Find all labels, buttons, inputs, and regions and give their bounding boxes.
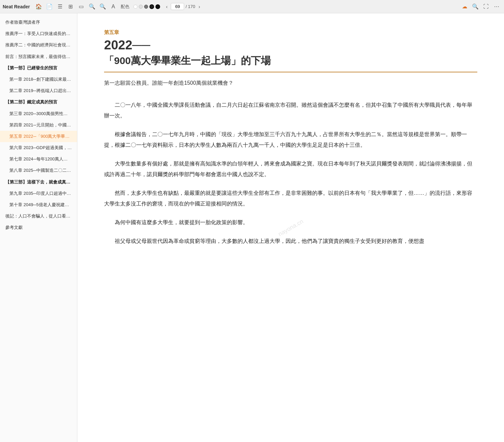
color-white[interactable]	[133, 5, 137, 9]
color-lightgray[interactable]	[139, 5, 143, 9]
chapter-divider	[104, 72, 477, 72]
bookmark-icon[interactable]: 🏠	[34, 2, 43, 11]
page-total: / 170	[185, 4, 195, 9]
sidebar-item-postscript[interactable]: 後記：人口不會騙人，從人口看出轉機...	[0, 210, 77, 222]
sidebar-item-rec2[interactable]: 推薦序二：中國的經濟與社會現象，背...	[0, 39, 77, 51]
sidebar-item-references[interactable]: 參考文獻	[0, 222, 77, 233]
sidebar-item-preface[interactable]: 前言：預言國家未來，最值得信賴的數據	[0, 51, 77, 62]
page-icon[interactable]: ▭	[77, 2, 86, 11]
more-icon[interactable]: ⋯	[492, 2, 501, 11]
chapter-label: 第五章	[104, 29, 477, 36]
color-dark[interactable]	[155, 4, 160, 9]
color-label: 配色	[121, 4, 129, 10]
sidebar-item-ch1[interactable]: 第一章 2018─創下建國以來最低...	[0, 74, 77, 85]
content-area: nayona.cn 第五章 2022── 「900萬大學畢業生一起上場」的下場 …	[77, 13, 504, 442]
search-icon[interactable]: 🔍	[87, 2, 97, 11]
sidebar-item-ch5[interactable]: 第五章 2022─「900萬大學畢業...	[0, 131, 77, 142]
paragraph-5: 為何中國有這麼多大學生，就要提到一胎化政策的影響。	[104, 217, 477, 228]
chapter-title: 「900萬大學畢業生一起上場」的下場	[104, 54, 477, 68]
fullscreen-icon[interactable]: ⛶	[481, 2, 491, 11]
paragraph-4: 然而，太多大學生也有缺點，最嚴重的就是要讓這些大學生全部有工作，是非常困難的事。…	[104, 188, 477, 209]
zoom-icon[interactable]: 🔍	[98, 2, 107, 11]
sidebar-item-ch9[interactable]: 第九章 2035─印度人口超過中國...	[0, 188, 77, 199]
sidebar-item-ch4[interactable]: 第四章 2021─元旦開始，中國再...	[0, 119, 77, 131]
paragraph-3: 大學生數量多有個好處，那就是擁有高知識水準的白領年輕人，將來會成為國家之寶。現在…	[104, 158, 477, 180]
sidebar-item-ch8[interactable]: 第八章 2025─中國製造二〇二五...	[0, 165, 77, 176]
search-right-icon[interactable]: 🔍	[471, 2, 480, 11]
prev-page-button[interactable]: ‹	[164, 3, 170, 10]
cloud-icon[interactable]: ☁	[460, 2, 469, 11]
app-title: Neat Reader	[3, 4, 30, 9]
grid-icon[interactable]: ⊞	[66, 2, 75, 11]
sidebar: 作者致臺灣讀者序 推薦序一：享受人口快速成長的紅利，... 推薦序二：中國的經濟…	[0, 13, 77, 442]
chapter-subtitle: 第一志願當公務員。誰能一年創造1500萬個就業機會？	[104, 78, 477, 88]
sidebar-item-ch3[interactable]: 第三章 2020─3000萬個男性「結...	[0, 108, 77, 119]
paragraph-2: 根據會議報告，二〇一七年九月時，中國的「現役」大學生增加至三千六百九十九萬人，占…	[104, 129, 477, 150]
sidebar-item-author-preface[interactable]: 作者致臺灣讀者序	[0, 17, 77, 28]
paragraph-1: 二〇一八年，中國全國大學課長活動會議，自二月六日起在江蘇省南京市召開。雖然這個會…	[104, 100, 477, 121]
page-navigation: ‹ / 170 ›	[164, 3, 202, 10]
sidebar-item-part2: 【第二部】鐵定成真的預言	[0, 96, 77, 108]
sidebar-item-part3: 【第三部】這樣下去，就會成真的預言	[0, 176, 77, 188]
sidebar-item-ch2[interactable]: 第二章 2019─將低端人口趕出大...	[0, 85, 77, 96]
file-icon[interactable]: 📄	[45, 2, 54, 11]
main-layout: 作者致臺灣讀者序 推薦序一：享受人口快速成長的紅利，... 推薦序二：中國的經濟…	[0, 0, 504, 442]
sidebar-item-rec1[interactable]: 推薦序一：享受人口快速成長的紅利，...	[0, 28, 77, 39]
color-black[interactable]	[149, 4, 154, 9]
topbar-right: ☁ 🔍 ⛶ ⋯	[460, 2, 501, 11]
font-icon[interactable]: A	[109, 2, 118, 11]
sidebar-item-ch7[interactable]: 第七章 2024─每年1200萬人離婚	[0, 153, 77, 165]
sidebar-item-part1: 【第一部】已經發生的預言	[0, 62, 77, 74]
menu-icon[interactable]: ☰	[55, 2, 65, 11]
sidebar-item-ch10[interactable]: 第十章 2049─5億老人慶祝建國百年	[0, 199, 77, 210]
sidebar-item-ch6[interactable]: 第六章 2023─GDP超過美國，沒...	[0, 142, 77, 153]
next-page-button[interactable]: ›	[196, 3, 202, 10]
color-darkgray[interactable]	[144, 5, 148, 9]
paragraph-6: 祖父母或父母親世代因為革命或貧窮等理由，大多數的人都沒上過大學，因此，他們為了讓…	[104, 236, 477, 247]
topbar: Neat Reader 🏠 📄 ☰ ⊞ ▭ 🔍 🔍 A 配色 ‹ / 170 ›…	[0, 0, 504, 13]
color-picker	[133, 4, 160, 9]
page-input[interactable]	[171, 3, 184, 10]
chapter-year: 2022──	[104, 38, 477, 53]
